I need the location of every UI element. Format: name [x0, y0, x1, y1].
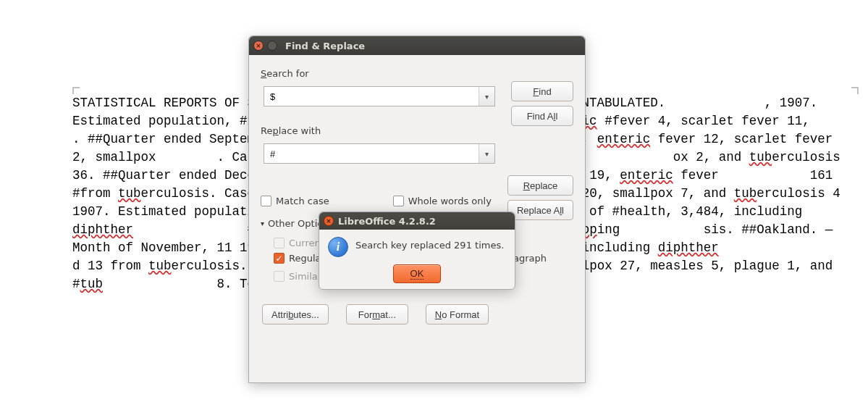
close-icon[interactable]: × — [253, 41, 264, 51]
find-all-button[interactable]: Find All — [511, 106, 573, 126]
replace-button[interactable]: Replace — [507, 175, 573, 196]
margin-marker-left — [72, 87, 80, 94]
message-title: LibreOffice 4.2.8.2 — [338, 216, 436, 227]
minimize-icon[interactable] — [267, 41, 277, 51]
search-for-label: Search for — [261, 68, 573, 79]
replace-dropdown-button[interactable]: ▾ — [479, 144, 494, 163]
find-button[interactable]: Find — [511, 81, 573, 101]
replace-combo: ▾ — [264, 143, 495, 164]
chevron-down-icon: ▾ — [261, 219, 264, 227]
no-format-button[interactable]: No Format — [426, 304, 489, 324]
margin-marker-right — [851, 87, 859, 94]
message-text: Search key replaced 291 times. — [355, 237, 504, 251]
ok-button[interactable]: OK — [393, 264, 441, 283]
message-titlebar: × LibreOffice 4.2.8.2 — [319, 212, 515, 230]
message-dialog: × LibreOffice 4.2.8.2 i Search key repla… — [319, 212, 515, 290]
close-icon[interactable]: × — [324, 216, 334, 226]
whole-words-checkbox[interactable]: Whole words only — [393, 196, 492, 206]
search-dropdown-button[interactable]: ▾ — [479, 87, 494, 106]
search-input[interactable] — [264, 91, 479, 102]
find-replace-titlebar: × Find & Replace — [249, 36, 585, 55]
find-replace-title: Find & Replace — [285, 41, 365, 51]
info-icon: i — [328, 237, 348, 257]
replace-input[interactable] — [264, 148, 479, 159]
search-combo: ▾ — [264, 86, 495, 106]
replace-all-button[interactable]: Replace All — [507, 200, 573, 220]
replace-with-label: Replace with — [261, 125, 573, 136]
match-case-checkbox[interactable]: Match case — [261, 196, 329, 206]
attributes-button[interactable]: Attributes... — [262, 304, 329, 324]
format-button[interactable]: Format... — [346, 304, 408, 324]
find-replace-dialog: × Find & Replace Search for ▾ Find Find … — [248, 35, 586, 383]
